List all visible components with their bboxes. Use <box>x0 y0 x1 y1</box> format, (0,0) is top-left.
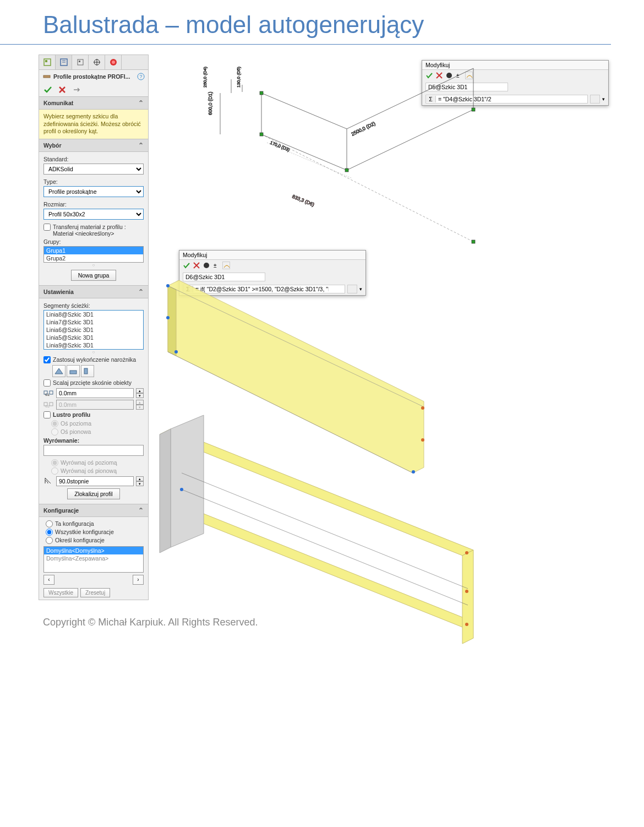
svg-rect-57 <box>472 240 475 243</box>
zresetuj-button: Zresetuj <box>80 588 110 597</box>
tab-appearance-icon[interactable] <box>105 55 122 69</box>
mirror-profile-checkbox[interactable] <box>43 411 51 418</box>
segment-item[interactable]: Linia7@Szkic 3D1 <box>44 318 143 326</box>
type-label: Type: <box>43 178 144 185</box>
locate-profile-button[interactable]: Zlokalizuj profil <box>67 488 119 499</box>
scroll-right-button[interactable]: › <box>133 575 144 585</box>
svg-marker-69 <box>160 500 473 627</box>
rozmiar-label: Rozmiar: <box>43 201 144 208</box>
segment-item[interactable]: Linia8@Szkic 3D1 <box>44 311 143 318</box>
tab-config-icon[interactable] <box>72 55 89 69</box>
svg-point-64 <box>174 350 178 353</box>
all-configs-radio[interactable] <box>46 529 53 536</box>
rozmiar-select[interactable]: Profil 50x30x2 <box>43 209 144 220</box>
rotation-angle-input[interactable] <box>56 476 134 486</box>
svg-marker-59 <box>168 286 176 356</box>
dropdown-icon[interactable]: ▾ <box>602 96 605 102</box>
this-config-radio[interactable] <box>46 520 53 527</box>
end-butt2-icon[interactable] <box>81 365 94 377</box>
svg-text:600,0 (D1): 600,0 (D1) <box>208 91 213 115</box>
config-item[interactable]: Domyślna<Zespawana> <box>44 554 143 562</box>
spin-down: ▾ <box>136 405 144 410</box>
svg-point-65 <box>421 406 424 410</box>
spin-down[interactable]: ▾ <box>136 481 144 486</box>
type-select[interactable]: Profile prostokątne <box>43 186 144 197</box>
segment-item[interactable]: Linia9@Szkic 3D1 <box>44 341 143 349</box>
graphics-viewport[interactable]: Modyfikuj ± D5@Szkic 3D1 Σ ▾ Modyfikuj <box>149 55 611 600</box>
group-item-1[interactable]: Grupa1 <box>44 247 143 254</box>
section-komunikat-label: Komunikat <box>43 100 73 106</box>
grupy-label: Grupy: <box>43 238 144 245</box>
svg-rect-56 <box>472 108 475 111</box>
spin-down[interactable]: ▾ <box>136 393 144 398</box>
feature-header-title: Profile prostokątne PROFI... <box>53 73 135 80</box>
svg-line-37 <box>347 110 473 170</box>
svg-point-77 <box>465 590 468 593</box>
svg-rect-1 <box>45 60 47 62</box>
end-butt1-icon[interactable] <box>67 365 80 377</box>
align-v-radio <box>51 467 58 475</box>
align-h-label: Wyrównaj oś poziomą <box>61 459 117 466</box>
section-konfiguracje-label: Konfiguracje <box>43 507 79 514</box>
group-item-2[interactable]: Grupa2 <box>44 254 143 262</box>
cancel-icon[interactable] <box>58 85 67 94</box>
segment-item[interactable]: Linia6@Szkic 3D1 <box>44 326 143 334</box>
section-ustawienia[interactable]: Ustawienia ⌃ <box>39 285 148 298</box>
svg-line-36 <box>261 134 347 170</box>
groups-listbox[interactable]: Grupa1 Grupa2 <box>43 246 144 263</box>
transfer-material-checkbox[interactable] <box>43 224 51 231</box>
chevron-up-icon: ⌃ <box>138 99 144 107</box>
nowa-grupa-button[interactable]: Nowa grupa <box>71 270 117 281</box>
svg-rect-55 <box>345 168 348 172</box>
chevron-up-icon: ⌃ <box>138 142 144 149</box>
tab-dimxpert-icon[interactable] <box>89 55 105 69</box>
spin-up[interactable]: ▴ <box>136 388 144 393</box>
ok-icon[interactable] <box>43 85 52 94</box>
svg-line-73 <box>182 489 468 605</box>
panel-tabs <box>39 55 148 70</box>
svg-text:G1: G1 <box>45 393 50 396</box>
svg-rect-20 <box>84 368 88 374</box>
svg-marker-70 <box>462 550 473 644</box>
segment-item[interactable]: Linia5@Szkic 3D1 <box>44 334 143 341</box>
section-wybor[interactable]: Wybór ⌃ <box>39 139 148 152</box>
corner-treatment-checkbox[interactable] <box>43 356 51 363</box>
tab-feature-tree-icon[interactable] <box>39 55 56 69</box>
merge-miter-checkbox[interactable] <box>43 379 51 387</box>
align-v-label: Wyrównaj oś pionową <box>61 467 117 474</box>
sketch-wireframe: 600,0 (D1) 260,0 (D4) 130,0 (D5) 170,0 (… <box>149 55 501 650</box>
standard-select[interactable]: ADKSolid <box>43 164 144 175</box>
svg-line-38 <box>261 93 347 129</box>
mirror-profile-label: Lustro profilu <box>53 411 90 418</box>
gap-g1-input[interactable] <box>56 388 134 398</box>
svg-point-62 <box>166 284 170 287</box>
tab-property-manager-icon[interactable] <box>56 55 72 69</box>
pushpin-icon[interactable] <box>72 85 81 94</box>
page-title: Balustrada – model autogenerujący <box>0 0 611 45</box>
specify-configs-radio[interactable] <box>46 537 53 544</box>
end-miter-icon[interactable] <box>52 365 66 377</box>
alignment-input[interactable] <box>43 445 144 456</box>
corner-treatment-label: Zastosuj wykończenie narożnika <box>53 356 136 363</box>
section-komunikat[interactable]: Komunikat ⌃ <box>39 96 148 110</box>
segments-listbox[interactable]: Linia8@Szkic 3D1 Linia7@Szkic 3D1 Linia6… <box>43 310 144 350</box>
section-konfiguracje[interactable]: Konfiguracje ⌃ <box>39 504 148 517</box>
this-config-label: Ta konfiguracja <box>55 520 94 527</box>
chevron-up-icon: ⌃ <box>138 507 144 514</box>
svg-point-11 <box>112 61 115 64</box>
svg-point-63 <box>166 316 170 319</box>
help-icon[interactable]: ? <box>137 73 145 80</box>
axis-h-label: Oś pozioma <box>61 420 91 427</box>
gap-g2-icon: G2 <box>43 400 54 409</box>
spin-up[interactable]: ▴ <box>136 476 144 481</box>
config-item-selected[interactable]: Domyślna<Domyślna> <box>44 547 143 554</box>
units-icon[interactable] <box>590 95 600 104</box>
svg-marker-18 <box>55 368 63 374</box>
svg-text:260,0 (D4): 260,0 (D4) <box>203 67 208 88</box>
property-manager-panel: Profile prostokątne PROFI... ? Komunikat… <box>39 55 149 600</box>
config-listbox[interactable]: Domyślna<Domyślna> Domyślna<Zespawana> <box>43 546 144 573</box>
merge-miter-label: Scalaj przcięte skośnie obiekty <box>53 379 132 386</box>
svg-rect-12 <box>43 75 50 78</box>
scroll-left-button[interactable]: ‹ <box>43 575 54 585</box>
svg-point-75 <box>180 488 183 491</box>
